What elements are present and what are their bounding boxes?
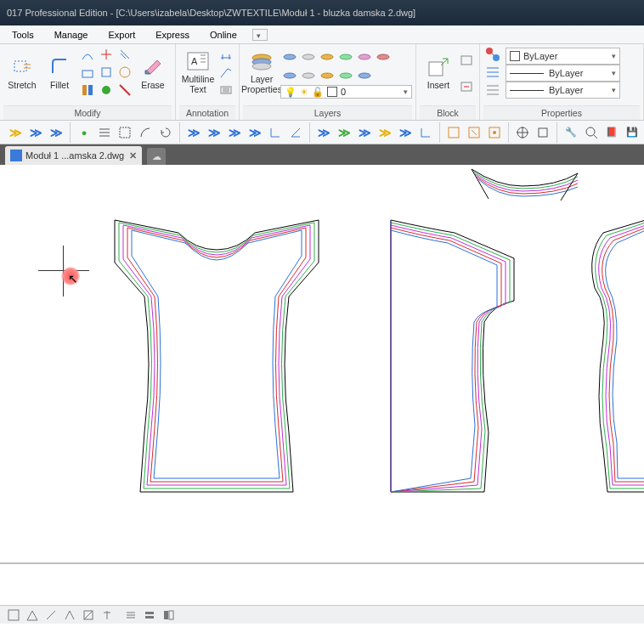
- drawing-canvas[interactable]: ↖: [0, 165, 644, 564]
- quick-toolbar: ≫≫≫ ● ≫≫≫≫ ≫≫≫≫≫ 🔧📕💾: [0, 121, 644, 144]
- layer-icon-11[interactable]: [356, 67, 373, 84]
- menu-manage[interactable]: Manage: [44, 30, 99, 40]
- qt-arc[interactable]: [136, 123, 155, 142]
- panel-properties: ByLayer ByLayer ByLayer Properties: [480, 44, 644, 120]
- sb-1[interactable]: [5, 607, 22, 623]
- ribbon: Stretch Fillet: [0, 44, 644, 121]
- lineweight-selector[interactable]: ByLayer: [506, 65, 620, 82]
- menu-express[interactable]: Express: [145, 30, 200, 40]
- color-selector[interactable]: ByLayer: [506, 48, 620, 65]
- pattern-collar: [463, 165, 582, 207]
- qt2[interactable]: ≫: [26, 123, 45, 142]
- qt-wrench[interactable]: 🔧: [562, 123, 580, 142]
- erase-icon: [141, 54, 165, 78]
- layer-icon-9[interactable]: [319, 67, 336, 84]
- qt6[interactable]: ≫: [205, 123, 223, 142]
- fillet-button[interactable]: Fillet: [41, 46, 78, 99]
- block-small-1[interactable]: [458, 51, 475, 68]
- qt13[interactable]: ≫: [376, 123, 394, 142]
- qt-rot[interactable]: [156, 123, 175, 142]
- svg-point-19: [284, 73, 296, 78]
- svg-point-12: [252, 63, 271, 70]
- modify-small-8[interactable]: [116, 65, 133, 81]
- svg-point-15: [321, 54, 333, 59]
- modify-small-2[interactable]: [79, 65, 96, 81]
- qt3[interactable]: ≫: [47, 123, 65, 142]
- sb-3[interactable]: [42, 607, 59, 623]
- qt-r3[interactable]: [485, 123, 504, 142]
- svg-point-16: [340, 54, 352, 59]
- layer-icon-1[interactable]: [281, 48, 298, 65]
- insert-button[interactable]: Insert: [420, 46, 457, 99]
- qt-book[interactable]: 📕: [602, 123, 621, 142]
- qt-ang1[interactable]: [266, 123, 285, 142]
- qt-r2[interactable]: [465, 123, 483, 142]
- layer-icon-6[interactable]: [375, 48, 392, 65]
- modify-small-9[interactable]: [116, 82, 133, 98]
- menu-export[interactable]: Export: [98, 30, 145, 40]
- sb-7[interactable]: [122, 607, 139, 623]
- modify-small-6[interactable]: [98, 82, 115, 98]
- qt11[interactable]: ≫: [335, 123, 353, 142]
- menu-tools[interactable]: Tools: [2, 30, 44, 40]
- layer-icon-2[interactable]: [300, 48, 317, 65]
- qt-lines[interactable]: [95, 123, 114, 142]
- layer-icon-7[interactable]: [281, 67, 298, 84]
- qt-r1[interactable]: [444, 123, 463, 142]
- linetype-selector[interactable]: ByLayer: [506, 82, 620, 99]
- qt10[interactable]: ≫: [314, 123, 333, 142]
- modify-small-4[interactable]: [98, 47, 115, 63]
- sb-6[interactable]: [99, 607, 116, 623]
- modify-small-1[interactable]: [79, 47, 96, 63]
- prop-list-icon[interactable]: [484, 65, 501, 81]
- qt-tgt[interactable]: [513, 123, 532, 142]
- sb-5[interactable]: [80, 607, 97, 623]
- sb-9[interactable]: [160, 607, 177, 623]
- sb-8[interactable]: [141, 607, 158, 623]
- svg-rect-37: [8, 610, 19, 620]
- qt-box[interactable]: [534, 123, 552, 142]
- layer-icon-8[interactable]: [300, 67, 317, 84]
- sb-2[interactable]: [24, 607, 41, 623]
- layerprops-button[interactable]: Layer Properties: [243, 46, 280, 99]
- prop-list2-icon[interactable]: [484, 82, 501, 98]
- qt14[interactable]: ≫: [396, 123, 415, 142]
- qt-dot[interactable]: ●: [75, 123, 93, 142]
- qt1[interactable]: ≫: [6, 123, 25, 142]
- stretch-button[interactable]: Stretch: [3, 46, 41, 99]
- qt12[interactable]: ≫: [355, 123, 374, 142]
- block-small-2[interactable]: [458, 77, 475, 94]
- qt5[interactable]: ≫: [184, 123, 203, 142]
- erase-button[interactable]: Erase: [134, 46, 172, 99]
- anno-small-3[interactable]: [217, 82, 234, 98]
- qt-save[interactable]: 💾: [623, 123, 641, 142]
- layer-icon-10[interactable]: [337, 67, 354, 84]
- layer-icon-4[interactable]: [337, 48, 354, 65]
- anno-small-1[interactable]: [217, 47, 234, 63]
- panel-block: Insert Block: [416, 44, 480, 120]
- sb-4[interactable]: [61, 607, 78, 623]
- match-props-icon[interactable]: [484, 47, 501, 63]
- qt-sel[interactable]: [116, 123, 134, 142]
- cursor-arrow-icon: ↖: [68, 272, 78, 285]
- menu-overflow-icon[interactable]: [252, 29, 268, 41]
- layer-icon-5[interactable]: [356, 48, 373, 65]
- qt8[interactable]: ≫: [246, 123, 264, 142]
- qt-ang2[interactable]: [286, 123, 305, 142]
- qt7[interactable]: ≫: [225, 123, 244, 142]
- modify-small-3[interactable]: [79, 82, 96, 98]
- new-tab-button[interactable]: ☁: [147, 148, 166, 165]
- menu-online[interactable]: Online: [200, 30, 247, 40]
- layer-selector[interactable]: 💡 ☀ 🔓 0: [280, 85, 412, 99]
- anno-small-2[interactable]: [217, 65, 234, 81]
- mtext-button[interactable]: A Multiline Text: [179, 46, 217, 99]
- modify-small-5[interactable]: [98, 65, 115, 81]
- layer-icon-3[interactable]: [319, 48, 336, 65]
- qt-zoom[interactable]: [582, 123, 601, 142]
- color-swatch: [510, 51, 520, 61]
- pattern-back-half: [374, 212, 527, 505]
- qt-ang3[interactable]: [416, 123, 435, 142]
- document-tab[interactable]: Moduł 1 ...amska 2.dwg ✕: [5, 146, 142, 165]
- modify-small-7[interactable]: [116, 47, 133, 63]
- tab-close-button[interactable]: ✕: [129, 150, 137, 161]
